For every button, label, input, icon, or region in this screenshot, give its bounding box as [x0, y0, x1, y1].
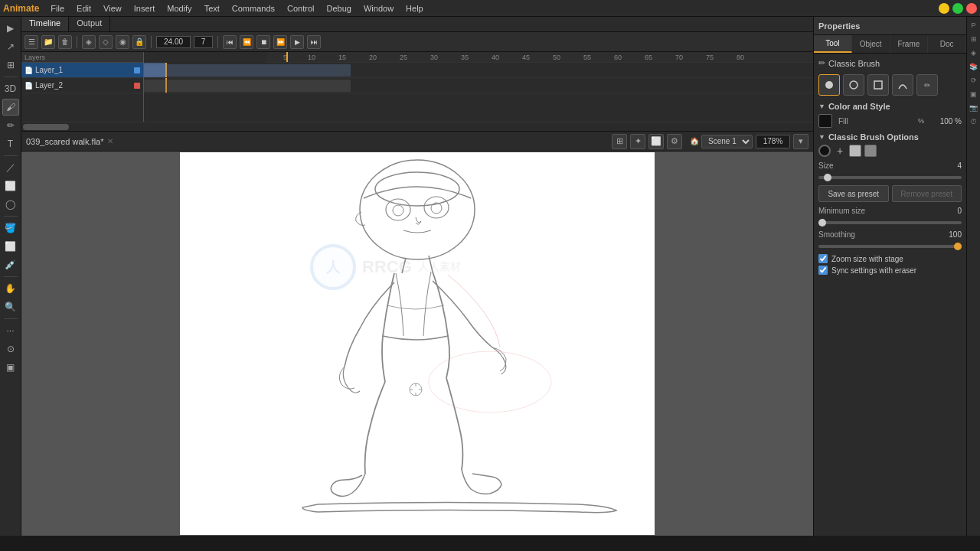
loop[interactable]: ⏭	[307, 35, 321, 49]
tool-free-transform[interactable]: ⊞	[2, 57, 19, 73]
add-color-button[interactable]: +	[834, 145, 846, 157]
layer-row-1[interactable]: 📄 Layer_1	[21, 63, 143, 78]
ri-camera[interactable]: 📷	[969, 103, 979, 113]
fill-swatch[interactable]	[818, 114, 832, 128]
tool-zoom[interactable]: 🔍	[2, 298, 19, 315]
tool-subselect[interactable]: ↗	[2, 38, 19, 55]
timeline-tab[interactable]: Timeline	[21, 17, 69, 31]
menu-commands[interactable]: Commands	[227, 2, 280, 15]
tab-object[interactable]: Object	[852, 35, 890, 53]
ri-properties[interactable]: P	[969, 20, 979, 31]
tab-close[interactable]: ✕	[107, 137, 113, 145]
tl-folder[interactable]: 📁	[41, 35, 55, 49]
color-sample-light[interactable]	[849, 145, 861, 157]
tab-tool[interactable]: Tool	[814, 35, 852, 53]
menu-control[interactable]: Control	[282, 2, 319, 15]
menu-edit[interactable]: Edit	[71, 2, 96, 15]
clip-content[interactable]: ⬜	[648, 134, 664, 149]
stage-settings[interactable]: ⚙	[667, 134, 682, 149]
play[interactable]: ▶	[290, 35, 304, 49]
layer-row-2[interactable]: 📄 Layer_2	[21, 78, 143, 93]
frame-track-2[interactable]	[144, 78, 813, 93]
menu-insert[interactable]: Insert	[129, 2, 161, 15]
preset-circle2[interactable]	[843, 74, 864, 96]
scene-selector[interactable]: Scene 1	[701, 135, 753, 148]
preset-edit[interactable]: ✏	[916, 74, 938, 96]
step-back[interactable]: ⏪	[240, 35, 253, 49]
ri-output[interactable]: ▣	[969, 89, 979, 99]
menu-window[interactable]: Window	[358, 2, 399, 15]
tool-more[interactable]: ···	[2, 322, 19, 339]
ri-motion[interactable]: ⟳	[969, 75, 979, 86]
zoom-size-checkbox[interactable]	[818, 254, 828, 263]
zoom-dropdown[interactable]: ▾	[793, 134, 808, 149]
output-tab[interactable]: Output	[69, 17, 110, 31]
tool-text[interactable]: T	[2, 135, 19, 152]
tool-brush[interactable]: 🖌	[2, 99, 19, 116]
tool-pencil[interactable]: ✏	[2, 117, 19, 134]
remove-preset-button[interactable]: Remove preset	[892, 185, 962, 202]
ri-library[interactable]: 📚	[969, 61, 979, 72]
tl-new-layer[interactable]: ☰	[24, 35, 38, 49]
ri-history[interactable]: ⏱	[969, 116, 979, 127]
tool-eraser[interactable]: ⬜	[2, 238, 19, 255]
menu-text[interactable]: Text	[199, 2, 225, 15]
ri-assets[interactable]: ◈	[969, 47, 979, 58]
close-button[interactable]	[966, 3, 977, 14]
tool-camera[interactable]: ▣	[2, 359, 19, 376]
color-dot-primary[interactable]	[818, 145, 831, 157]
size-value: 4	[939, 161, 962, 170]
smoothing-slider[interactable]	[818, 245, 962, 248]
tool-3d[interactable]: 3D	[2, 80, 19, 97]
play-stop[interactable]: ⏹	[256, 35, 270, 49]
tl-shape[interactable]: ◇	[99, 35, 113, 49]
sync-eraser-checkbox[interactable]	[818, 266, 828, 275]
tl-classic[interactable]: ◉	[116, 35, 129, 49]
tab-frame[interactable]: Frame	[890, 35, 929, 53]
menu-view[interactable]: View	[98, 2, 127, 15]
canvas-area[interactable]: 人 RRCG 人人素材	[21, 152, 813, 536]
size-slider[interactable]	[818, 176, 962, 179]
tl-lock[interactable]: 🔒	[132, 35, 146, 49]
tool-asset[interactable]: ⊙	[2, 341, 19, 357]
menu-modify[interactable]: Modify	[162, 2, 197, 15]
tl-motion[interactable]: ◈	[82, 35, 96, 49]
go-start[interactable]: ⏮	[223, 35, 237, 49]
tool-rect[interactable]: ⬜	[2, 178, 19, 194]
tl-delete-layer[interactable]: 🗑	[58, 35, 72, 49]
preset-square[interactable]	[867, 74, 889, 96]
color-sample-dark[interactable]	[864, 145, 877, 157]
tool-oval[interactable]: ◯	[2, 196, 19, 213]
minimize-button[interactable]	[939, 3, 949, 14]
color-style-section-header[interactable]: ▼ Color and Style	[818, 102, 962, 111]
tab-doc[interactable]: Doc	[928, 35, 966, 53]
preset-circle[interactable]	[818, 74, 840, 96]
tool-hand[interactable]: ✋	[2, 280, 19, 297]
zoom-input[interactable]	[756, 135, 790, 148]
fps-input[interactable]	[156, 36, 191, 48]
scroll-thumb[interactable]	[23, 124, 69, 130]
step-fwd[interactable]: ⏩	[273, 35, 287, 49]
tool-select[interactable]: ▶	[2, 20, 19, 37]
menu-file[interactable]: File	[45, 2, 70, 15]
timeline-scrollbar[interactable]	[21, 122, 813, 131]
snap-btn[interactable]: ⊞	[612, 134, 627, 149]
tool-eyedropper[interactable]: 💉	[2, 256, 19, 273]
ri-tools[interactable]: ⊞	[969, 34, 979, 44]
frame-input[interactable]	[194, 36, 213, 48]
file-tab[interactable]: 039_scared walk.fla*	[26, 137, 104, 146]
maximize-button[interactable]	[952, 3, 963, 14]
ruler-40: 40	[492, 54, 499, 61]
frame-track-1[interactable]	[144, 63, 813, 78]
snap-objects[interactable]: ✦	[630, 134, 645, 149]
svg-point-13	[850, 81, 858, 89]
tool-paint-bucket[interactable]: 🪣	[2, 220, 19, 236]
menu-debug[interactable]: Debug	[322, 2, 357, 15]
tl-sep2	[151, 36, 152, 48]
save-preset-button[interactable]: Save as preset	[818, 185, 889, 202]
menu-help[interactable]: Help	[400, 2, 429, 15]
min-size-slider[interactable]	[818, 221, 962, 224]
preset-custom[interactable]	[892, 74, 913, 96]
brush-options-section-header[interactable]: ▼ Classic Brush Options	[818, 132, 962, 142]
tool-line[interactable]: ／	[2, 159, 19, 176]
